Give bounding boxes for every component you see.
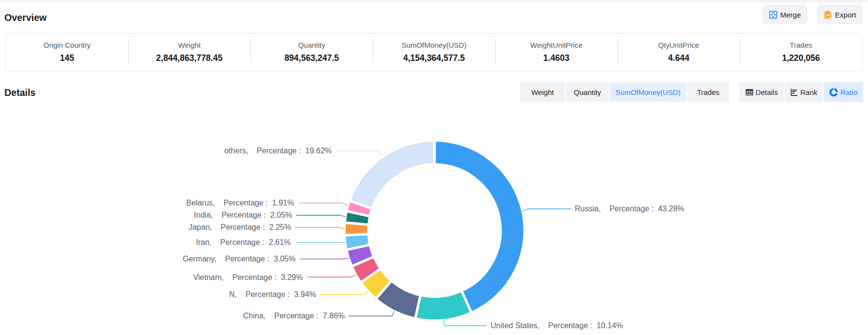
svg-text:Iran, Percentage : 2.61%: Iran, Percentage : 2.61% xyxy=(196,238,291,246)
svg-text:India, Percentage : 2.05%: India, Percentage : 2.05% xyxy=(194,211,292,219)
svg-text:China, Percentage : 7.86%: China, Percentage : 7.86% xyxy=(243,312,345,320)
svg-text:Germany, Percentage : 3.05: Germany, Percentage : 3.05% xyxy=(183,255,296,263)
svg-text:Japan, Percentage : 2.25%: Japan, Percentage : 2.25% xyxy=(189,223,291,231)
svg-text:others, Percentage : 19.62: others, Percentage : 19.62% xyxy=(224,147,332,155)
svg-text:Russia, Percentage : 43.28: Russia, Percentage : 43.28% xyxy=(575,205,684,213)
svg-text:Belarus, Percentage : 1.91: Belarus, Percentage : 1.91% xyxy=(187,199,294,207)
svg-text:Vietnam, Percentage : 3.29: Vietnam, Percentage : 3.29% xyxy=(193,273,303,281)
svg-text:N, Percentage : 3.94%: N, Percentage : 3.94% xyxy=(229,290,316,298)
svg-text:United States, Percentage :: United States, Percentage : 10.14% xyxy=(491,321,623,330)
